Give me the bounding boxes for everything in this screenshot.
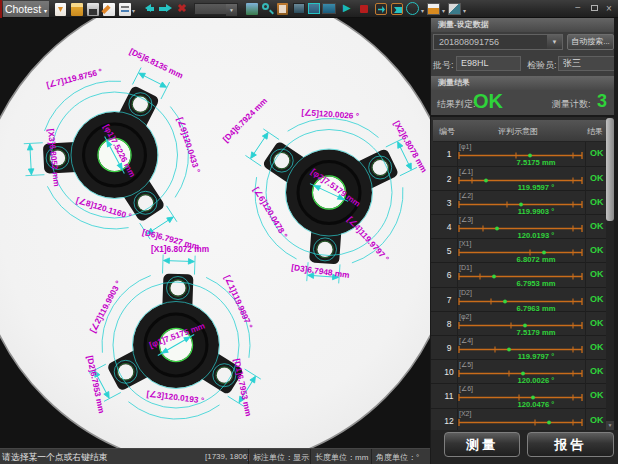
svg-text:[X1]6.8072 mm: [X1]6.8072 mm [151,244,209,254]
